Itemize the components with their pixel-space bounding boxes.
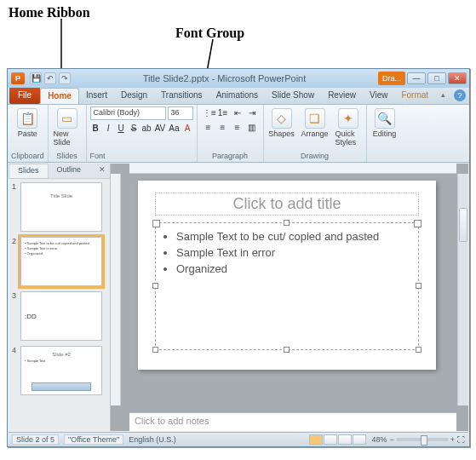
thumb-number: 3 xyxy=(12,291,20,300)
indent-inc-button[interactable]: ⇥ xyxy=(245,106,258,119)
arrange-icon: ❏ xyxy=(305,108,325,129)
bullet-list: Sample Text to be cut/ copied and pasted… xyxy=(164,230,410,275)
panel-close-icon[interactable]: ✕ xyxy=(95,164,110,178)
thumbnail-3[interactable]: 3 :DD xyxy=(12,291,106,341)
panel-tab-outline[interactable]: Outline xyxy=(49,164,90,178)
editing-button[interactable]: 🔍 Editing xyxy=(370,106,399,140)
slide[interactable]: Click to add title Sample Text to be cut… xyxy=(138,181,436,370)
find-icon: 🔍 xyxy=(375,108,395,129)
group-font: Calibri (Body) 36 B I U S ab AV Aa A Fon… xyxy=(87,105,198,162)
view-reading-button[interactable] xyxy=(338,434,352,445)
ribbon: 📋 Paste Clipboard ▭ New Slide Slides Cal… xyxy=(8,105,469,163)
tab-review[interactable]: Review xyxy=(321,88,363,104)
minimize-ribbon-icon[interactable]: ▴ xyxy=(436,88,450,104)
qat-redo-icon[interactable]: ↷ xyxy=(59,72,71,84)
view-slideshow-button[interactable] xyxy=(353,434,366,445)
zoom-controls: 48% − + ⛶ xyxy=(371,435,465,444)
thumbnail-4[interactable]: 4 Slide #2 • Sample Text xyxy=(12,346,106,395)
tab-design[interactable]: Design xyxy=(114,88,154,104)
group-clipboard: 📋 Paste Clipboard xyxy=(8,105,49,162)
title-placeholder[interactable]: Click to add title xyxy=(155,193,419,216)
slides-panel: Slides Outline ✕ 1 Title Slide 2 • Sampl… xyxy=(9,164,111,431)
panel-tab-slides[interactable]: Slides xyxy=(9,164,49,178)
thumbnail-2[interactable]: 2 • Sample Text to be cut/ copied and pa… xyxy=(12,237,106,286)
status-language[interactable]: English (U.S.) xyxy=(129,435,176,444)
align-center-button[interactable]: ≡ xyxy=(216,121,229,134)
zoom-level[interactable]: 48% xyxy=(371,435,387,444)
ribbon-tabs: File Home Insert Design Transitions Anim… xyxy=(8,88,469,105)
quick-styles-button[interactable]: ✦ Quick Styles xyxy=(334,106,363,148)
powerpoint-window: P 💾 ↶ ↷ Title Slide2.pptx - Microsoft Po… xyxy=(7,68,470,447)
minimize-button[interactable]: — xyxy=(407,72,426,84)
qat-save-icon[interactable]: 💾 xyxy=(30,72,42,84)
qat-undo-icon[interactable]: ↶ xyxy=(44,72,56,84)
bullet-item[interactable]: Organized xyxy=(176,262,410,275)
thumb-number: 2 xyxy=(12,237,20,245)
view-normal-button[interactable] xyxy=(309,434,323,445)
app-icon: P xyxy=(11,72,25,84)
zoom-slider[interactable] xyxy=(397,438,448,441)
new-slide-button[interactable]: ▭ New Slide xyxy=(52,106,83,148)
thumb-number: 4 xyxy=(12,346,20,354)
arrange-button[interactable]: ❏ Arrange xyxy=(300,106,330,148)
font-name-combo[interactable]: Calibri (Body) xyxy=(90,106,166,120)
tab-home[interactable]: Home xyxy=(40,88,79,104)
char-spacing-button[interactable]: AV xyxy=(154,122,167,135)
vertical-scrollbar[interactable] xyxy=(457,174,468,405)
bullets-button[interactable]: ⋮≡ xyxy=(202,106,215,119)
strike-button[interactable]: S xyxy=(129,122,140,135)
bold-button[interactable]: B xyxy=(90,122,101,135)
tab-format[interactable]: Format xyxy=(394,88,435,104)
notes-pane[interactable]: Click to add notes xyxy=(129,412,456,431)
tab-insert[interactable]: Insert xyxy=(79,88,114,104)
bullet-item[interactable]: Sample Text in error xyxy=(176,246,410,259)
panel-tabs: Slides Outline ✕ xyxy=(9,164,110,179)
thumb-title: Title Slide xyxy=(25,193,98,198)
thumbnail-1[interactable]: 1 Title Slide xyxy=(12,182,106,232)
shapes-button[interactable]: ◇ Shapes xyxy=(267,106,296,148)
tab-slideshow[interactable]: Slide Show xyxy=(265,88,321,104)
annotation-home-ribbon: Home Ribbon xyxy=(9,5,90,20)
close-button[interactable]: ✕ xyxy=(448,72,467,84)
indent-dec-button[interactable]: ⇤ xyxy=(231,106,244,119)
zoom-out-button[interactable]: − xyxy=(389,435,393,444)
quick-styles-icon: ✦ xyxy=(338,108,358,129)
group-paragraph: ⋮≡ 1≡ ⇤ ⇥ ≡ ≡ ≡ ▥ Paragraph xyxy=(198,105,264,162)
status-theme: "Office Theme" xyxy=(64,434,123,445)
content-placeholder[interactable]: Sample Text to be cut/ copied and pasted… xyxy=(155,222,419,350)
window-title: Title Slide2.pptx - Microsoft PowerPoint xyxy=(71,73,378,83)
quick-styles-label: Quick Styles xyxy=(335,129,361,147)
font-color-button[interactable]: A xyxy=(182,122,193,135)
view-buttons xyxy=(309,434,366,445)
underline-button[interactable]: U xyxy=(116,122,127,135)
paste-icon: 📋 xyxy=(17,108,37,129)
tab-view[interactable]: View xyxy=(363,88,395,104)
editing-label: Editing xyxy=(373,129,397,138)
view-sorter-button[interactable] xyxy=(324,434,337,445)
status-slide-number: Slide 2 of 5 xyxy=(12,434,59,445)
change-case-button[interactable]: Aa xyxy=(168,122,180,135)
columns-button[interactable]: ▥ xyxy=(245,121,258,134)
zoom-in-button[interactable]: + xyxy=(450,435,455,444)
help-icon[interactable]: ? xyxy=(454,89,466,101)
tab-file[interactable]: File xyxy=(9,88,40,104)
ruler-horizontal xyxy=(129,164,456,174)
paste-button[interactable]: 📋 Paste xyxy=(12,106,43,140)
tab-animations[interactable]: Animations xyxy=(209,88,265,104)
workspace: Slides Outline ✕ 1 Title Slide 2 • Sampl… xyxy=(9,164,468,431)
shapes-icon: ◇ xyxy=(272,108,292,129)
fit-to-window-button[interactable]: ⛶ xyxy=(457,435,465,444)
slides-group-label: Slides xyxy=(56,151,77,162)
align-left-button[interactable]: ≡ xyxy=(202,121,215,134)
thumb-lines: • Sample Text xyxy=(25,359,98,364)
italic-button[interactable]: I xyxy=(103,122,114,135)
shadow-button[interactable]: ab xyxy=(141,122,152,135)
tab-transitions[interactable]: Transitions xyxy=(154,88,209,104)
numbering-button[interactable]: 1≡ xyxy=(216,106,229,119)
bullet-item[interactable]: Sample Text to be cut/ copied and pasted xyxy=(176,230,410,243)
new-slide-label: New Slide xyxy=(54,129,81,147)
maximize-button[interactable]: □ xyxy=(427,72,446,84)
thumb-lines: • Sample Text to be cut/ copied and past… xyxy=(25,241,98,256)
font-size-combo[interactable]: 36 xyxy=(168,106,193,120)
align-right-button[interactable]: ≡ xyxy=(231,121,244,134)
